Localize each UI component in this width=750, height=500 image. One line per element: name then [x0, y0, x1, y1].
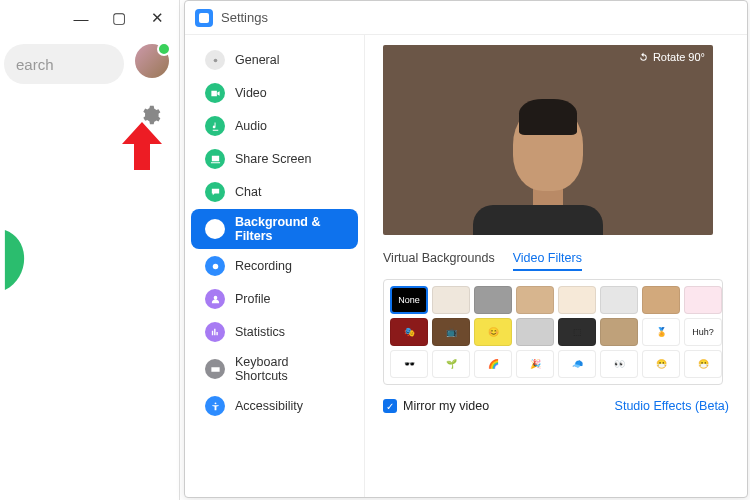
svg-point-3	[212, 263, 218, 269]
filter-f23[interactable]: 😷	[684, 350, 722, 378]
filter-f16[interactable]: 🕶️	[390, 350, 428, 378]
filter-f6[interactable]	[642, 286, 680, 314]
filter-f2[interactable]	[474, 286, 512, 314]
filter-f21[interactable]: 👀	[600, 350, 638, 378]
svg-point-4	[214, 402, 216, 404]
close-button[interactable]: ✕	[145, 6, 169, 30]
filter-tabs: Virtual Backgrounds Video Filters	[383, 251, 733, 271]
sidebar-item-share-screen[interactable]: Share Screen	[191, 143, 358, 175]
filter-f3[interactable]	[516, 286, 554, 314]
search-input[interactable]: earch	[4, 44, 124, 84]
filter-grid: None🎭📺😊⬚🏅Huh?🕶️🌱🌈🎉🧢👀😷😷	[383, 279, 723, 385]
filter-f4[interactable]	[558, 286, 596, 314]
filter-f5[interactable]	[600, 286, 638, 314]
preview-person	[503, 105, 593, 215]
sidebar-item-label: Keyboard Shortcuts	[235, 355, 344, 383]
settings-sidebar: GeneralVideoAudioShare ScreenChatBackgro…	[185, 35, 365, 497]
tab-virtual-backgrounds[interactable]: Virtual Backgrounds	[383, 251, 495, 271]
sidebar-item-label: Chat	[235, 185, 261, 199]
sidebar-item-label: Share Screen	[235, 152, 311, 166]
sidebar-item-label: Audio	[235, 119, 267, 133]
filter-f9[interactable]: 📺	[432, 318, 470, 346]
sidebar-item-recording[interactable]: Recording	[191, 250, 358, 282]
settings-window: Settings GeneralVideoAudioShare ScreenCh…	[184, 0, 748, 498]
access-icon	[205, 396, 225, 416]
stats-icon	[205, 322, 225, 342]
sidebar-item-label: Accessibility	[235, 399, 303, 413]
filter-none[interactable]: None	[390, 286, 428, 314]
kbd-icon	[205, 359, 225, 379]
sidebar-item-audio[interactable]: Audio	[191, 110, 358, 142]
sidebar-item-label: Profile	[235, 292, 270, 306]
filter-f14[interactable]: 🏅	[642, 318, 680, 346]
background-app-panel: — ▢ ✕ earch	[0, 0, 180, 500]
rec-icon	[205, 256, 225, 276]
sidebar-item-statistics[interactable]: Statistics	[191, 316, 358, 348]
filter-f18[interactable]: 🌈	[474, 350, 512, 378]
gear-icon	[205, 50, 225, 70]
sidebar-item-label: Recording	[235, 259, 292, 273]
filter-f12[interactable]: ⬚	[558, 318, 596, 346]
decorative-green-shape	[4, 230, 40, 290]
window-controls: — ▢ ✕	[69, 6, 169, 30]
sidebar-item-label: General	[235, 53, 279, 67]
share-icon	[205, 149, 225, 169]
filter-f15[interactable]: Huh?	[684, 318, 722, 346]
filter-f10[interactable]: 😊	[474, 318, 512, 346]
tab-video-filters[interactable]: Video Filters	[513, 251, 582, 271]
sidebar-item-video[interactable]: Video	[191, 77, 358, 109]
filter-f7[interactable]	[684, 286, 722, 314]
sidebar-item-background-filters[interactable]: Background & Filters	[191, 209, 358, 249]
rotate-label: Rotate 90°	[653, 51, 705, 63]
zoom-app-icon	[195, 9, 213, 27]
mirror-label: Mirror my video	[403, 399, 489, 413]
settings-title: Settings	[221, 10, 268, 25]
filter-f17[interactable]: 🌱	[432, 350, 470, 378]
avatar[interactable]	[135, 44, 169, 78]
video-preview: Rotate 90°	[383, 45, 713, 235]
bg-icon	[205, 219, 225, 239]
sidebar-item-label: Video	[235, 86, 267, 100]
checkbox-checked-icon: ✓	[383, 399, 397, 413]
filter-f19[interactable]: 🎉	[516, 350, 554, 378]
maximize-button[interactable]: ▢	[107, 6, 131, 30]
profile-icon	[205, 289, 225, 309]
sidebar-item-accessibility[interactable]: Accessibility	[191, 390, 358, 422]
chat-icon	[205, 182, 225, 202]
minimize-button[interactable]: —	[69, 6, 93, 30]
sidebar-item-keyboard-shortcuts[interactable]: Keyboard Shortcuts	[191, 349, 358, 389]
filter-f20[interactable]: 🧢	[558, 350, 596, 378]
filter-f8[interactable]: 🎭	[390, 318, 428, 346]
sidebar-item-general[interactable]: General	[191, 44, 358, 76]
sidebar-item-label: Statistics	[235, 325, 285, 339]
sidebar-item-chat[interactable]: Chat	[191, 176, 358, 208]
video-icon	[205, 83, 225, 103]
studio-effects-link[interactable]: Studio Effects (Beta)	[615, 399, 729, 413]
settings-content: Rotate 90° Virtual Backgrounds Video Fil…	[365, 35, 747, 497]
svg-marker-0	[122, 122, 162, 170]
audio-icon	[205, 116, 225, 136]
filter-f22[interactable]: 😷	[642, 350, 680, 378]
filter-f1[interactable]	[432, 286, 470, 314]
rotate-button[interactable]: Rotate 90°	[638, 51, 705, 63]
settings-titlebar: Settings	[185, 1, 747, 35]
mirror-checkbox[interactable]: ✓ Mirror my video	[383, 399, 489, 413]
sidebar-item-label: Background & Filters	[235, 215, 344, 243]
sidebar-item-profile[interactable]: Profile	[191, 283, 358, 315]
filter-f13[interactable]	[600, 318, 638, 346]
filter-f11[interactable]	[516, 318, 554, 346]
red-arrow-up-icon	[120, 122, 164, 170]
